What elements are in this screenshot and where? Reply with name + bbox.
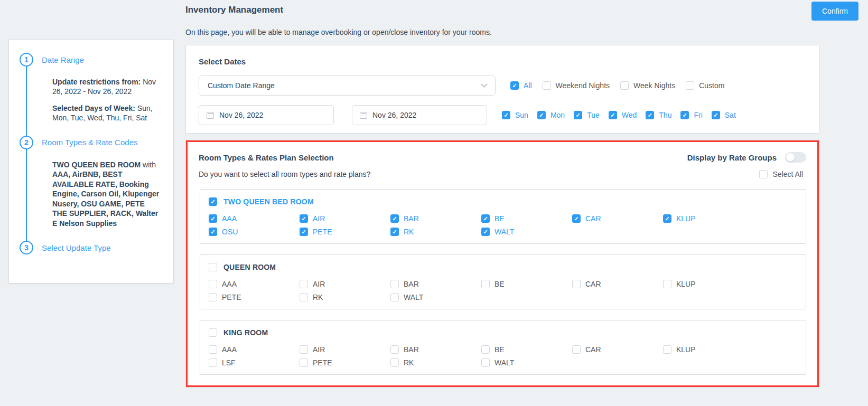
rate-plan-checkbox[interactable] bbox=[300, 293, 308, 301]
rate-plan-checkbox[interactable] bbox=[390, 280, 399, 288]
rate-plan-checkbox[interactable] bbox=[481, 345, 490, 354]
rate-plan-checkbox[interactable] bbox=[209, 358, 217, 367]
night-filter-item[interactable]: Custom bbox=[686, 81, 724, 90]
rate-plan-checkbox[interactable] bbox=[209, 280, 217, 288]
day-checkbox[interactable] bbox=[646, 111, 654, 119]
rate-plan-label: PETE bbox=[313, 358, 332, 367]
room-type-checkbox[interactable] bbox=[209, 197, 217, 206]
rate-plan-item[interactable]: PETE bbox=[300, 228, 390, 236]
rate-plan-item[interactable]: KLUP bbox=[663, 345, 754, 354]
rate-plan-label: KLUP bbox=[676, 280, 696, 288]
rate-plan-checkbox[interactable] bbox=[390, 214, 399, 223]
rate-plan-checkbox[interactable] bbox=[300, 280, 308, 288]
day-checkbox[interactable] bbox=[680, 111, 689, 119]
select-all-checkbox[interactable] bbox=[759, 170, 768, 178]
rate-plan-item[interactable]: KLUP bbox=[663, 280, 754, 288]
day-item[interactable]: Thu bbox=[646, 111, 671, 119]
rate-plan-item[interactable]: CAR bbox=[572, 280, 663, 288]
rate-plan-checkbox[interactable] bbox=[209, 345, 217, 354]
rate-plan-label: CAR bbox=[585, 345, 601, 354]
rate-plan-item[interactable]: WALT bbox=[390, 293, 481, 301]
rate-plan-item[interactable]: CAR bbox=[572, 345, 663, 354]
rate-plan-checkbox[interactable] bbox=[481, 358, 490, 367]
day-item[interactable]: Wed bbox=[609, 111, 637, 119]
rate-plan-label: KLUP bbox=[676, 345, 696, 354]
rate-plan-item[interactable]: BAR bbox=[390, 214, 481, 223]
night-filter-checkbox[interactable] bbox=[543, 81, 551, 90]
rate-plan-checkbox[interactable] bbox=[572, 345, 581, 354]
night-filter-item[interactable]: Week Nights bbox=[620, 81, 675, 90]
end-date-input[interactable]: Nov 26, 2022 bbox=[352, 105, 487, 125]
rate-plan-item[interactable]: AIR bbox=[300, 280, 390, 288]
room-rates-summary: TWO QUEEN BED ROOM with AAA, AirBNB, BES… bbox=[52, 160, 161, 228]
rate-plan-checkbox[interactable] bbox=[481, 228, 490, 236]
rate-plan-item[interactable]: RK bbox=[390, 228, 481, 236]
rate-plan-item[interactable]: OSU bbox=[209, 228, 300, 236]
date-range-type-select[interactable]: Custom Date Range bbox=[199, 75, 496, 96]
day-item[interactable]: Fri bbox=[680, 111, 702, 119]
rate-plan-checkbox[interactable] bbox=[390, 228, 399, 236]
rate-plan-item[interactable]: BAR bbox=[390, 345, 481, 354]
rate-plan-checkbox[interactable] bbox=[481, 280, 490, 288]
rate-plan-item[interactable]: AAA bbox=[209, 280, 300, 288]
rate-plan-item[interactable]: BE bbox=[481, 280, 572, 288]
rate-plan-item[interactable]: AAA bbox=[209, 214, 300, 223]
confirm-button[interactable]: Confirm bbox=[811, 2, 858, 21]
rate-plan-checkbox[interactable] bbox=[209, 228, 217, 236]
rate-plan-checkbox[interactable] bbox=[663, 345, 671, 354]
rate-plan-checkbox[interactable] bbox=[390, 293, 399, 301]
display-by-rate-groups-toggle[interactable] bbox=[785, 152, 806, 163]
rate-plan-item[interactable]: AIR bbox=[300, 345, 390, 354]
step-date-range[interactable]: 1 Date Range bbox=[20, 53, 163, 67]
rate-plan-item[interactable]: PETE bbox=[300, 358, 390, 367]
rate-plan-checkbox[interactable] bbox=[390, 358, 399, 367]
rate-plan-checkbox[interactable] bbox=[390, 345, 399, 354]
room-type-checkbox[interactable] bbox=[209, 263, 217, 271]
start-date-input[interactable]: Nov 26, 2022 bbox=[199, 105, 334, 125]
day-item[interactable]: Tue bbox=[574, 111, 600, 119]
night-filter-checkbox[interactable] bbox=[510, 81, 519, 90]
day-checkbox[interactable] bbox=[574, 111, 582, 119]
rate-plan-item[interactable]: RK bbox=[390, 358, 481, 367]
rate-plan-checkbox[interactable] bbox=[572, 214, 581, 223]
rate-plan-item[interactable]: BAR bbox=[390, 280, 481, 288]
night-filter-checkbox[interactable] bbox=[620, 81, 629, 90]
rate-plan-item[interactable]: PETE bbox=[209, 293, 300, 301]
rate-plan-checkbox[interactable] bbox=[300, 228, 308, 236]
rate-plan-item[interactable]: BE bbox=[481, 214, 572, 223]
rate-plan-item[interactable]: RK bbox=[300, 293, 390, 301]
rate-plan-checkbox[interactable] bbox=[209, 214, 217, 223]
rate-plan-checkbox[interactable] bbox=[663, 214, 671, 223]
step-select-update-type[interactable]: 3 Select Update Type bbox=[20, 241, 163, 254]
step-room-types[interactable]: 2 Room Types & Rate Codes bbox=[20, 136, 163, 149]
day-checkbox[interactable] bbox=[609, 111, 617, 119]
rate-plan-checkbox[interactable] bbox=[300, 358, 308, 367]
rate-plan-checkbox[interactable] bbox=[663, 280, 671, 288]
rate-plan-item[interactable]: WALT bbox=[481, 358, 572, 367]
rate-plan-checkbox[interactable] bbox=[300, 345, 308, 354]
day-checkbox[interactable] bbox=[712, 111, 720, 119]
day-item[interactable]: Sun bbox=[502, 111, 528, 119]
night-filter-checkbox[interactable] bbox=[686, 81, 694, 90]
day-checkbox[interactable] bbox=[537, 111, 546, 119]
rate-plan-item[interactable]: WALT bbox=[481, 228, 572, 236]
day-item[interactable]: Mon bbox=[537, 111, 565, 119]
room-type-checkbox[interactable] bbox=[209, 328, 217, 337]
night-filter-item[interactable]: All bbox=[510, 81, 532, 90]
rate-plan-item[interactable]: KLUP bbox=[663, 214, 754, 223]
day-item[interactable]: Sat bbox=[712, 111, 736, 119]
rate-plan-checkbox[interactable] bbox=[300, 214, 308, 223]
rate-plan-checkbox[interactable] bbox=[481, 214, 490, 223]
day-checkbox[interactable] bbox=[502, 111, 510, 119]
select-all-checkbox-item[interactable]: Select All bbox=[759, 170, 803, 178]
rate-plan-checkbox[interactable] bbox=[209, 293, 217, 301]
rate-plan-item[interactable]: CAR bbox=[572, 214, 663, 223]
rate-plan-item[interactable]: BE bbox=[481, 345, 572, 354]
rate-plan-checkbox[interactable] bbox=[572, 280, 581, 288]
rate-plan-item[interactable]: AAA bbox=[209, 345, 300, 354]
rate-plan-item[interactable]: LSF bbox=[209, 358, 300, 367]
room-type-name: TWO QUEEN BED ROOM bbox=[223, 197, 314, 206]
night-filter-item[interactable]: Weekend Nights bbox=[543, 81, 610, 90]
rate-plan-label: CAR bbox=[585, 280, 601, 288]
rate-plan-item[interactable]: AIR bbox=[300, 214, 390, 223]
